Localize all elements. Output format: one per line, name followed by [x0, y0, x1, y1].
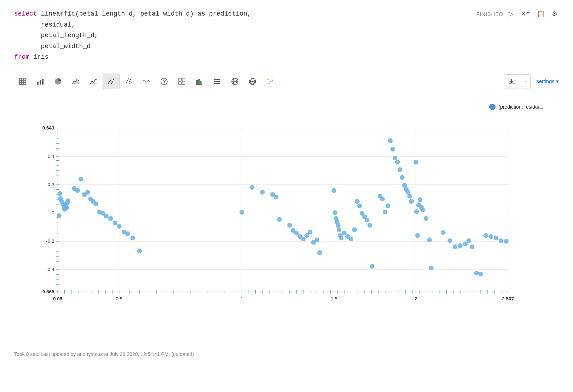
svg-point-221	[357, 203, 362, 208]
svg-point-187	[117, 224, 122, 229]
svg-point-16	[126, 82, 127, 83]
svg-point-229	[383, 209, 388, 214]
scatter2-button[interactable]	[120, 74, 137, 89]
svg-point-198	[287, 223, 292, 228]
svg-text:-0.2: -0.2	[46, 238, 54, 244]
svg-text:0.5: 0.5	[116, 296, 122, 301]
bars2-button[interactable]	[191, 74, 208, 89]
settings-icon-button[interactable]: ⚙	[550, 8, 559, 19]
svg-point-212	[336, 223, 341, 228]
svg-point-202	[301, 237, 306, 242]
svg-point-204	[308, 230, 313, 235]
svg-point-175	[75, 188, 80, 193]
svg-point-22	[129, 81, 131, 82]
pie-chart-button[interactable]	[50, 74, 66, 89]
svg-point-194	[260, 190, 265, 195]
stack-button[interactable]	[209, 74, 226, 89]
scatter-plot-button[interactable]	[103, 74, 120, 89]
area-chart-button[interactable]	[67, 74, 84, 89]
svg-rect-33	[214, 79, 220, 80]
svg-text:?: ?	[163, 79, 166, 84]
bar-chart-button[interactable]	[32, 74, 49, 89]
stop-button[interactable]: ✕≡	[519, 8, 531, 19]
grid-button[interactable]	[173, 74, 190, 89]
svg-point-41	[267, 79, 269, 80]
svg-point-253	[447, 238, 452, 243]
svg-point-235	[398, 167, 403, 172]
svg-point-264	[499, 238, 504, 243]
svg-point-241	[409, 199, 414, 204]
svg-point-250	[427, 237, 432, 242]
svg-point-193	[250, 185, 255, 190]
svg-point-242	[413, 160, 418, 165]
keyword-from: from	[14, 53, 29, 60]
svg-point-261	[484, 233, 488, 238]
svg-marker-8	[73, 80, 79, 84]
svg-point-42	[270, 81, 271, 82]
chart-type-buttons: ?	[14, 74, 279, 89]
globe1-button[interactable]	[226, 74, 243, 89]
download-button[interactable]	[504, 74, 519, 88]
svg-text:2: 2	[415, 296, 417, 301]
svg-rect-26	[179, 78, 181, 81]
svg-point-226	[370, 264, 375, 269]
svg-point-18	[129, 82, 130, 83]
svg-text:1.5: 1.5	[331, 296, 337, 301]
svg-rect-32	[201, 81, 202, 85]
svg-text:0.05: 0.05	[53, 296, 63, 301]
svg-point-21	[127, 83, 128, 84]
line-chart-button[interactable]	[85, 74, 102, 89]
wave-button[interactable]	[138, 74, 155, 89]
svg-point-249	[424, 216, 429, 221]
svg-rect-31	[198, 80, 200, 85]
svg-point-230	[386, 203, 390, 208]
svg-point-231	[388, 138, 393, 143]
download-dropdown-button[interactable]	[521, 74, 531, 88]
scatter-chart-svg: 0.643 0.4 0.2 0 -0.2 -0.4 -0.565 0.05 0.…	[28, 118, 531, 309]
svg-point-234	[395, 160, 400, 165]
code-line-3: petal_length_d,	[14, 30, 559, 41]
svg-point-259	[474, 271, 479, 276]
svg-point-181	[93, 201, 98, 206]
globe2-button[interactable]	[244, 74, 261, 89]
svg-point-251	[429, 266, 434, 271]
svg-point-184	[104, 214, 109, 219]
sparkle-button[interactable]	[262, 74, 279, 89]
svg-point-178	[85, 190, 90, 195]
svg-point-236	[400, 175, 405, 180]
toolbar-right: settings ▾	[504, 74, 559, 88]
code-line-5: from iris	[14, 52, 559, 63]
chart-legend: (prediction, residua...	[489, 104, 545, 110]
svg-text:-0.4: -0.4	[46, 267, 54, 272]
svg-point-237	[402, 183, 407, 188]
svg-point-220	[355, 199, 360, 204]
run-button[interactable]: ▷	[507, 8, 515, 19]
svg-rect-27	[182, 78, 185, 81]
svg-point-232	[390, 147, 395, 152]
svg-rect-28	[179, 82, 181, 85]
help-button[interactable]: ?	[156, 74, 173, 89]
svg-point-262	[488, 234, 493, 239]
svg-point-206	[314, 237, 319, 242]
table-view-button[interactable]	[14, 74, 31, 89]
svg-rect-6	[40, 80, 41, 85]
svg-text:0.4: 0.4	[48, 154, 54, 159]
chart-plot-area: 0.643 0.4 0.2 0 -0.2 -0.4 -0.565 0.05 0.…	[28, 118, 531, 309]
svg-point-20	[131, 81, 132, 82]
svg-point-209	[332, 210, 337, 215]
svg-point-207	[317, 250, 322, 255]
settings-button[interactable]: settings ▾	[536, 78, 559, 85]
svg-point-225	[367, 223, 372, 228]
svg-point-244	[415, 233, 420, 238]
chart-container: (prediction, residua...	[0, 97, 573, 330]
svg-rect-35	[214, 83, 220, 84]
svg-point-44	[268, 82, 270, 84]
svg-point-10	[108, 82, 109, 84]
svg-point-197	[277, 217, 282, 222]
svg-point-162	[57, 213, 62, 218]
legend-dot	[489, 104, 496, 110]
svg-point-185	[108, 216, 113, 221]
code-button[interactable]: 📋	[536, 8, 546, 19]
code-line-4: petal_width_d	[14, 41, 559, 52]
svg-point-213	[337, 227, 342, 232]
